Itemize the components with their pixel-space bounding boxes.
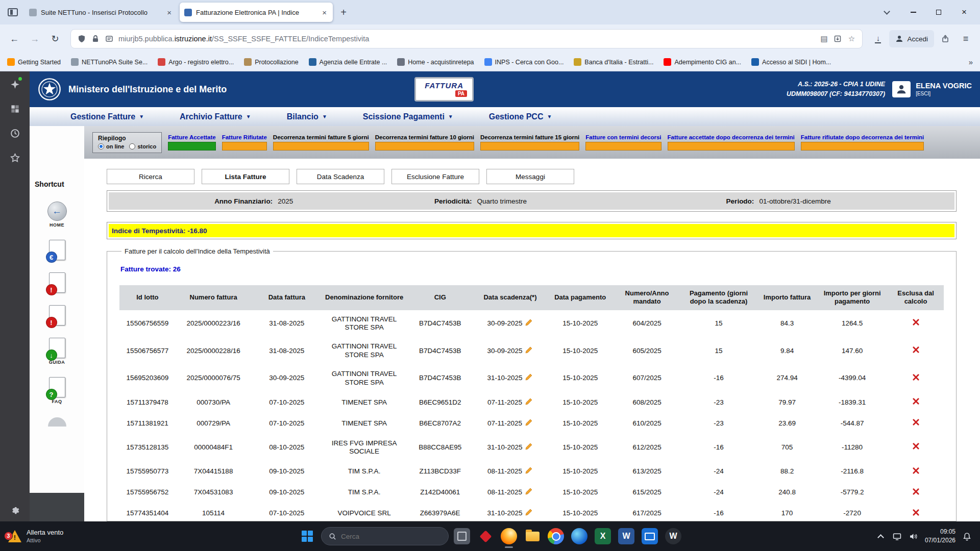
alert-shortcut-2[interactable]: ! xyxy=(49,305,65,325)
settings-gear-icon[interactable] xyxy=(9,504,20,515)
forward-button[interactable]: → xyxy=(26,30,44,48)
user-avatar[interactable] xyxy=(892,81,911,97)
status-box-label[interactable]: Fatture rifiutate dopo decorrenza dei te… xyxy=(801,134,924,140)
browser-tab[interactable]: Suite NETTuno - Inserisci Protocollo× xyxy=(24,3,178,22)
share-icon[interactable] xyxy=(936,30,954,48)
bookmark-item[interactable]: Protocollazione xyxy=(244,58,298,66)
bookmark-item[interactable]: Home - acquistinretepa xyxy=(397,58,474,66)
file-explorer-icon[interactable] xyxy=(524,528,541,544)
tab-close-icon[interactable]: × xyxy=(165,8,173,17)
downloads-icon[interactable]: ↓ xyxy=(869,30,887,48)
network-icon[interactable] xyxy=(892,531,902,541)
status-box-label[interactable]: Fatture accettate dopo decorrenza dei te… xyxy=(668,134,795,140)
tab-close-icon[interactable]: × xyxy=(321,8,328,17)
exclude-invoice-icon[interactable] xyxy=(912,420,920,428)
edit-date-icon[interactable] xyxy=(525,466,533,477)
reader-mode-icon[interactable]: ▤ xyxy=(819,34,828,43)
faq-shortcut[interactable]: ?FAQ xyxy=(49,377,65,404)
menu-item-scissione-pagamenti[interactable]: Scissione Pagamenti▼ xyxy=(363,112,453,121)
sparkle-icon[interactable] xyxy=(9,79,20,90)
search-input[interactable] xyxy=(341,533,418,540)
status-box-label[interactable]: Fatture Rifiutate xyxy=(222,134,267,140)
bookmark-star-icon[interactable]: ☆ xyxy=(847,34,856,43)
reload-button[interactable]: ↻ xyxy=(46,30,64,48)
bookmark-item[interactable]: Adempimento CIG an... xyxy=(664,58,741,66)
exclude-invoice-icon[interactable] xyxy=(912,444,920,452)
menu-item-archivio-fatture[interactable]: Archivio Fatture▼ xyxy=(180,112,251,121)
taskbar-clock[interactable]: 09:05 07/01/2026 xyxy=(925,528,955,545)
edit-date-icon[interactable] xyxy=(525,442,533,453)
edit-date-icon[interactable] xyxy=(525,373,533,384)
volume-icon[interactable] xyxy=(909,531,919,541)
word-icon[interactable]: W xyxy=(618,528,634,544)
bookmarks-overflow-icon[interactable]: » xyxy=(969,58,973,66)
euro-invoice-shortcut[interactable]: € xyxy=(49,240,65,260)
exclude-invoice-icon[interactable] xyxy=(912,320,920,328)
menu-item-gestione-pcc[interactable]: Gestione PCC▼ xyxy=(489,112,552,121)
exclude-invoice-icon[interactable] xyxy=(912,468,920,476)
tab-lista-fatture[interactable]: Lista Fatture xyxy=(202,169,289,184)
edit-date-icon[interactable] xyxy=(525,487,533,498)
status-box-bar[interactable] xyxy=(375,142,474,151)
tabs-icon[interactable] xyxy=(9,103,20,114)
back-button[interactable]: ← xyxy=(5,30,23,48)
radio-on-line[interactable]: on line xyxy=(98,143,124,149)
status-box-bar[interactable] xyxy=(480,142,579,151)
weather-widget[interactable]: 3 ! Allerta vento Attivo xyxy=(0,529,71,544)
alert-shortcut-1[interactable]: ! xyxy=(49,272,65,293)
exclude-invoice-icon[interactable] xyxy=(912,489,920,497)
status-box-bar[interactable] xyxy=(273,142,369,151)
radio-storico[interactable]: storico xyxy=(129,143,156,149)
bookmark-item[interactable]: Agenzia delle Entrate ... xyxy=(309,58,387,66)
edit-date-icon[interactable] xyxy=(525,318,533,329)
guida-shortcut[interactable]: ↓GUIDA xyxy=(49,338,65,365)
browser-tab[interactable]: Fatturazione Elettronica PA | Indice× xyxy=(180,3,333,22)
tab-esclusione-fatture[interactable]: Esclusione Fatture xyxy=(391,169,479,184)
maximize-button[interactable] xyxy=(926,0,951,24)
edit-date-icon[interactable] xyxy=(525,418,533,429)
shield-icon[interactable] xyxy=(77,34,86,43)
tab-ricerca[interactable]: Ricerca xyxy=(107,169,194,184)
bookmark-item[interactable]: INPS - Cerca con Goo... xyxy=(484,58,564,66)
tab-data-scadenza[interactable]: Data Scadenza xyxy=(297,169,384,184)
status-box-bar[interactable] xyxy=(222,142,267,151)
save-page-icon[interactable] xyxy=(833,34,842,43)
status-box-bar[interactable] xyxy=(668,142,795,151)
menu-icon[interactable]: ≡ xyxy=(957,30,975,48)
edit-date-icon[interactable] xyxy=(525,397,533,408)
menu-item-gestione-fatture[interactable]: Gestione Fatture▼ xyxy=(70,112,144,121)
start-button[interactable] xyxy=(299,528,316,545)
firefox-view-button[interactable] xyxy=(3,3,22,21)
address-bar[interactable]: miurjb5.pubblica.istruzione.it/SS_SSFE_S… xyxy=(70,29,863,48)
bookmark-item[interactable]: NETTunoPA Suite Se... xyxy=(71,58,148,66)
status-box-label[interactable]: Fatture Accettate xyxy=(168,134,216,140)
edit-date-icon[interactable] xyxy=(525,508,533,519)
chrome-icon[interactable] xyxy=(548,528,564,544)
account-button[interactable]: Accedi xyxy=(889,30,934,47)
window-app-icon[interactable] xyxy=(454,528,470,544)
taskbar-search[interactable] xyxy=(321,527,449,545)
history-icon[interactable] xyxy=(9,128,20,139)
bookmark-item[interactable]: Accesso al SIDI | Hom... xyxy=(751,58,831,66)
bookmark-item[interactable]: Getting Started xyxy=(7,58,61,66)
notification-bell-icon[interactable] xyxy=(962,531,972,541)
close-window-button[interactable]: × xyxy=(951,0,977,24)
exclude-invoice-icon[interactable] xyxy=(912,375,920,383)
new-tab-button[interactable]: + xyxy=(335,4,352,21)
home-shortcut[interactable]: ←HOME xyxy=(47,202,67,228)
edge-icon[interactable] xyxy=(571,528,587,544)
exclude-invoice-icon[interactable] xyxy=(912,399,920,407)
w-app-icon[interactable]: W xyxy=(665,528,681,544)
status-box-label[interactable]: Fatture con termini decorsi xyxy=(585,134,661,140)
status-box-bar[interactable] xyxy=(168,142,216,151)
lock-icon[interactable] xyxy=(91,34,100,43)
permissions-icon[interactable] xyxy=(105,34,114,43)
bookmark-item[interactable]: Argo - registro elettro... xyxy=(158,58,234,66)
minimize-button[interactable] xyxy=(900,0,926,24)
excel-icon[interactable]: X xyxy=(595,528,611,544)
exclude-invoice-icon[interactable] xyxy=(912,510,920,518)
mail-app-icon[interactable] xyxy=(642,528,658,544)
status-box-bar[interactable] xyxy=(801,142,924,151)
hidden-icons-chevron[interactable] xyxy=(876,531,886,541)
menu-item-bilancio[interactable]: Bilancio▼ xyxy=(287,112,327,121)
